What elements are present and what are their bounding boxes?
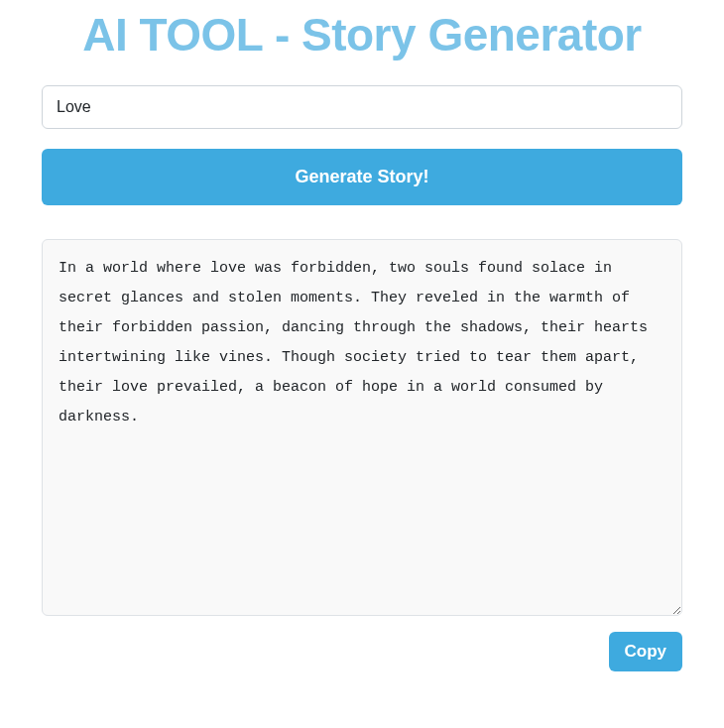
topic-input[interactable] (42, 85, 682, 129)
content-container: Generate Story! Copy (12, 85, 712, 671)
copy-row: Copy (42, 632, 682, 671)
story-output[interactable] (42, 239, 682, 616)
generate-button[interactable]: Generate Story! (42, 149, 682, 205)
copy-button[interactable]: Copy (609, 632, 683, 671)
page-title: AI TOOL - Story Generator (12, 8, 712, 61)
